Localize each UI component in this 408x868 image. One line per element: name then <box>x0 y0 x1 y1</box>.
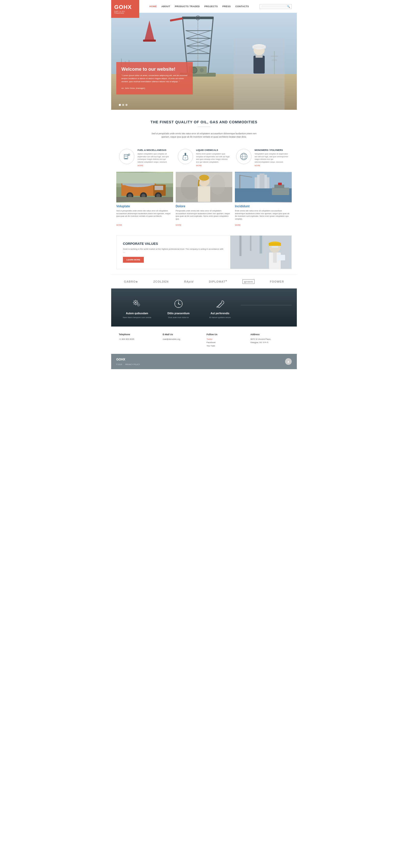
svg-rect-97 <box>273 252 277 263</box>
service-more-fuel[interactable]: MORE <box>137 164 172 167</box>
project-title-voluptate: Voluptate <box>116 205 173 208</box>
footer-brand-area: GOHX © 2015 PRIVACY POLICY <box>116 357 140 366</box>
hero-dot-1[interactable] <box>119 104 121 106</box>
footer-telephone-heading: Telephone <box>119 333 158 336</box>
service-more-chemicals[interactable]: MORE <box>196 164 230 167</box>
footer-email-address[interactable]: mail@demolink.org <box>163 338 201 341</box>
wrench-icon-svg <box>215 299 225 309</box>
service-desc-fuel: Aptam voluptatem qua voluptas sit aspern… <box>137 153 172 163</box>
nav-about[interactable]: ABOUT <box>161 5 170 8</box>
service-title-chemicals: LIQUID CHEMICALS <box>196 149 230 152</box>
service-text-chemicals: LIQUID CHEMICALS Nemo enim ipsam volupta… <box>196 149 230 167</box>
svg-rect-73 <box>198 186 210 202</box>
hero-section: Welcome to our website! " Lorem ipsum do… <box>111 13 297 110</box>
svg-point-100 <box>135 302 136 303</box>
quality-title: THE FINEST QUALITY OF OIL, GAS AND COMMO… <box>119 120 289 124</box>
nav-home[interactable]: HOME <box>149 5 157 8</box>
hero-dot-3[interactable] <box>126 104 128 106</box>
dark-item-3: Aut perferendis Et harum quidem rerum <box>199 299 241 319</box>
footer-info: Telephone +1 800 603 6035 E-Mail Us mail… <box>111 327 297 354</box>
services-row: FUEL & MISCELLANEOUS Aptam voluptatem qu… <box>111 146 297 172</box>
dark-divider <box>241 305 292 305</box>
hero-title: Welcome to our website! <box>122 67 188 72</box>
project-title-incididunt: Incididunt <box>235 205 292 208</box>
main-nav: HOME ABOUT PRODUCTS TRADED PROJECTS PRES… <box>149 5 249 8</box>
corporate-image <box>230 236 292 269</box>
footer-telephone: Telephone +1 800 603 6035 <box>119 333 158 347</box>
stat-title-3: Aut perferendis <box>199 312 241 315</box>
svg-point-22 <box>200 68 204 72</box>
worker-illustration <box>230 236 292 269</box>
header: GOHX GAS & OIL TRADING. HOME ABOUT PRODU… <box>111 0 297 13</box>
footer-youtube[interactable]: You Tube <box>207 344 245 348</box>
footer-twitter[interactable]: Twitter <box>207 338 245 341</box>
stat-desc-2: Duis aute irure dolor in <box>158 316 199 319</box>
nav-projects[interactable]: PROJECTS <box>205 5 218 8</box>
svg-rect-36 <box>252 45 266 49</box>
svg-point-70 <box>210 175 225 194</box>
service-desc-chemicals: Nemo enim ipsam voluptatem qua voluptas … <box>196 153 230 163</box>
hero-overlay: Welcome to our website! " Lorem ipsum do… <box>116 62 193 94</box>
project-img-person <box>176 172 233 203</box>
quality-description: Sed ut perspiciatis unde omnis iste natu… <box>150 132 258 138</box>
search-input[interactable] <box>261 5 287 8</box>
project-desc-incididunt: Ende omnis iste natus error sit voluptat… <box>235 210 292 220</box>
svg-point-69 <box>180 175 200 199</box>
project-card-incididunt: Incididunt Ende omnis iste natus error s… <box>235 172 292 220</box>
svg-point-102 <box>138 304 139 305</box>
svg-rect-94 <box>269 243 281 246</box>
clock-icon <box>158 299 199 309</box>
more-link-1[interactable]: MORE <box>116 224 173 226</box>
nav-contacts[interactable]: CONTACTS <box>235 5 249 8</box>
more-link-2[interactable]: MORE <box>176 224 233 226</box>
footer-address-text: 9870 St Vincent Place,Glasgow, DC 5 Fr 5… <box>250 338 289 344</box>
more-col-3: MORE <box>235 223 292 226</box>
svg-point-74 <box>201 180 204 182</box>
search-button[interactable]: 🔍 <box>287 5 290 8</box>
svg-rect-80 <box>260 174 265 188</box>
logo-title: GOHX <box>114 4 136 10</box>
service-title-polymers: MONOMERS / POLYMERS <box>254 149 288 152</box>
svg-point-42 <box>128 154 130 155</box>
partner-green: green <box>242 280 254 283</box>
dark-item-1: Autem quibusdam Nam libero tempore cum s… <box>116 299 158 319</box>
chemicals-icon <box>181 152 190 161</box>
hero-author: mr. John Grew, (manager) <box>122 87 145 89</box>
derrick-illustration <box>111 13 297 110</box>
more-col-2: MORE <box>176 223 233 226</box>
scroll-top-button[interactable]: ▲ <box>285 358 292 365</box>
svg-rect-58 <box>155 186 163 190</box>
person-illustration <box>176 172 233 203</box>
partner-foower: FOOWER <box>270 280 284 283</box>
footer-social: Follow Us Twitter Facebook You Tube <box>207 333 245 347</box>
hero-dot-2[interactable] <box>122 104 124 106</box>
svg-rect-24 <box>143 39 156 41</box>
stat-title-1: Autem quibusdam <box>116 312 158 315</box>
nav-products[interactable]: PRODUCTS TRADED <box>175 5 200 8</box>
nav-press[interactable]: PRESS <box>223 5 231 8</box>
footer-copy: © 2015 <box>116 364 122 365</box>
footer-email: E-Mail Us mail@demolink.org <box>163 333 201 347</box>
service-more-polymers[interactable]: MORE <box>254 164 288 167</box>
logo[interactable]: GOHX GAS & OIL TRADING. <box>111 0 139 18</box>
svg-point-46 <box>184 157 186 159</box>
learn-more-button[interactable]: LEARN MORE <box>123 257 144 263</box>
svg-point-72 <box>199 175 209 181</box>
divider <box>198 127 210 127</box>
svg-rect-65 <box>116 197 173 202</box>
wrench-icon <box>199 299 241 309</box>
corporate-description: Gosh is working in the world market at t… <box>123 248 224 254</box>
truck-illustration <box>116 172 173 203</box>
footer-address-heading: Address <box>250 333 289 336</box>
dark-stats-section: Autem quibusdam Nam libero tempore cum s… <box>111 288 297 327</box>
project-desc-dolore: Perspiciatis unde omnis iste natus error… <box>176 210 233 220</box>
hero-quote: " Lorem ipsum dolor sit amet, consectetu… <box>122 74 188 83</box>
stat-title-2: Ditiis praesentium <box>158 312 199 315</box>
more-link-3[interactable]: MORE <box>235 224 292 226</box>
svg-rect-38 <box>256 55 263 58</box>
search-box[interactable]: 🔍 <box>260 4 292 9</box>
footer-policy-link[interactable]: PRIVACY POLICY <box>125 364 140 365</box>
gears-icon <box>132 299 142 309</box>
footer-facebook[interactable]: Facebook <box>207 341 245 344</box>
svg-point-106 <box>178 303 179 304</box>
